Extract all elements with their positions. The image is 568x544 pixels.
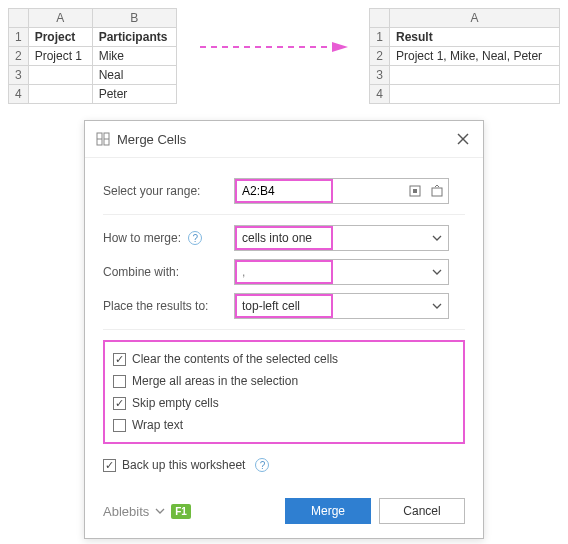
skip-empty-cells-checkbox[interactable] xyxy=(113,397,126,410)
skip-empty-cells-label: Skip empty cells xyxy=(132,396,219,410)
chevron-down-icon xyxy=(426,227,448,249)
options-group: Clear the contents of the selected cells… xyxy=(103,340,465,444)
cell[interactable]: Neal xyxy=(92,66,176,85)
row-header[interactable]: 4 xyxy=(370,85,390,104)
brand-label[interactable]: Ablebits xyxy=(103,504,149,519)
row-header[interactable]: 1 xyxy=(370,28,390,47)
cell[interactable] xyxy=(390,85,560,104)
range-field-wrap xyxy=(234,178,449,204)
cell[interactable] xyxy=(28,66,92,85)
how-to-merge-select[interactable]: cells into one xyxy=(234,225,449,251)
svg-rect-10 xyxy=(432,188,442,196)
svg-marker-1 xyxy=(332,42,348,52)
clear-contents-checkbox[interactable] xyxy=(113,353,126,366)
svg-rect-9 xyxy=(413,189,417,193)
cell[interactable]: Project xyxy=(28,28,92,47)
chevron-down-icon xyxy=(426,261,448,283)
how-to-merge-value: cells into one xyxy=(236,227,332,249)
select-range-icon[interactable] xyxy=(404,180,426,202)
arrow-icon xyxy=(185,8,362,68)
help-icon[interactable]: ? xyxy=(188,231,202,245)
merge-cells-icon xyxy=(95,131,111,147)
cell[interactable]: Mike xyxy=(92,47,176,66)
cell[interactable] xyxy=(390,66,560,85)
col-header[interactable]: B xyxy=(92,9,176,28)
combine-with-value: , xyxy=(236,261,332,283)
cell[interactable]: Participants xyxy=(92,28,176,47)
merge-cells-dialog: Merge Cells Select your range: How to me… xyxy=(84,120,484,539)
cancel-button[interactable]: Cancel xyxy=(379,498,465,524)
col-header[interactable]: A xyxy=(28,9,92,28)
place-results-value: top-left cell xyxy=(236,295,332,317)
cell[interactable]: Result xyxy=(390,28,560,47)
row-header[interactable]: 3 xyxy=(370,66,390,85)
backup-worksheet-checkbox[interactable] xyxy=(103,459,116,472)
f1-help-badge[interactable]: F1 xyxy=(171,504,191,519)
wrap-text-label: Wrap text xyxy=(132,418,183,432)
range-label: Select your range: xyxy=(103,184,228,198)
row-header[interactable]: 2 xyxy=(9,47,29,66)
row-header[interactable]: 1 xyxy=(9,28,29,47)
merge-button[interactable]: Merge xyxy=(285,498,371,524)
expand-range-icon[interactable] xyxy=(426,180,448,202)
help-icon[interactable]: ? xyxy=(255,458,269,472)
row-header[interactable]: 2 xyxy=(370,47,390,66)
dialog-title: Merge Cells xyxy=(117,132,453,147)
chevron-down-icon xyxy=(426,295,448,317)
cell[interactable]: Project 1, Mike, Neal, Peter xyxy=(390,47,560,66)
cell[interactable] xyxy=(28,85,92,104)
clear-contents-label: Clear the contents of the selected cells xyxy=(132,352,338,366)
close-button[interactable] xyxy=(453,129,473,149)
range-input[interactable] xyxy=(236,180,332,202)
wrap-text-checkbox[interactable] xyxy=(113,419,126,432)
row-header[interactable]: 4 xyxy=(9,85,29,104)
corner-cell xyxy=(370,9,390,28)
source-spreadsheet: A B 1 Project Participants 2 Project 1 M… xyxy=(8,8,177,104)
combine-with-label: Combine with: xyxy=(103,265,228,279)
cell[interactable]: Project 1 xyxy=(28,47,92,66)
merge-all-areas-label: Merge all areas in the selection xyxy=(132,374,298,388)
result-spreadsheet: A 1 Result 2 Project 1, Mike, Neal, Pete… xyxy=(369,8,560,104)
row-header[interactable]: 3 xyxy=(9,66,29,85)
col-header[interactable]: A xyxy=(390,9,560,28)
merge-all-areas-checkbox[interactable] xyxy=(113,375,126,388)
chevron-down-icon xyxy=(155,504,165,519)
cell[interactable]: Peter xyxy=(92,85,176,104)
corner-cell xyxy=(9,9,29,28)
place-results-select[interactable]: top-left cell xyxy=(234,293,449,319)
backup-worksheet-label: Back up this worksheet xyxy=(122,458,245,472)
place-results-label: Place the results to: xyxy=(103,299,228,313)
how-to-merge-label: How to merge: ? xyxy=(103,231,228,246)
combine-with-select[interactable]: , xyxy=(234,259,449,285)
